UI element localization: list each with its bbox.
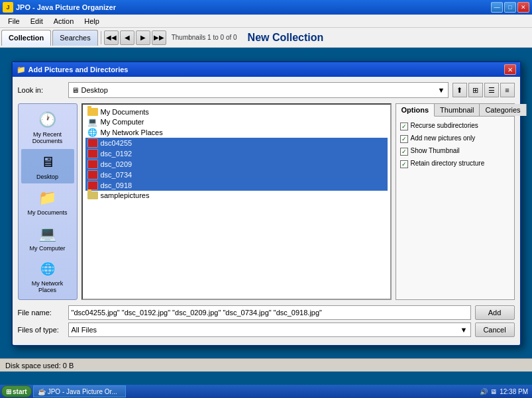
shortcut-recent-label: My RecentDocuments xyxy=(32,132,63,145)
tab-thumbnail[interactable]: Thumbnail xyxy=(435,104,480,116)
option-retain-dir-label: Retain directory structure xyxy=(411,160,485,168)
tab-searches[interactable]: Searches xyxy=(52,30,97,46)
image-icon-dsc0734 xyxy=(87,170,98,179)
menu-file[interactable]: File xyxy=(3,16,25,26)
lookin-details-view-button[interactable]: ≡ xyxy=(500,83,515,97)
taskbar-app-icon: ☕ xyxy=(38,388,46,395)
shortcut-my-computer[interactable]: 💻 My Computer xyxy=(21,221,74,255)
taskbar-app-label: JPO - Java Picture Or... xyxy=(48,388,117,395)
file-item-network-places[interactable]: 🌐 My Network Places xyxy=(85,127,388,138)
shortcut-desktop[interactable]: 🖥 Desktop xyxy=(21,149,74,183)
desktop-icon: 🖥 xyxy=(37,152,58,173)
nav-prev-button[interactable]: ◀ xyxy=(120,30,134,45)
nav-first-button[interactable]: ◀◀ xyxy=(104,30,119,45)
lookin-new-folder-button[interactable]: ⊞ xyxy=(468,83,483,97)
content-area: 🕐 My RecentDocuments 🖥 Desktop 📁 My Docu… xyxy=(18,103,515,300)
filetype-bar: Files of type: All Files ▼ Cancel xyxy=(18,323,515,337)
nav-next-button[interactable]: ▶ xyxy=(136,30,150,45)
filetype-value: All Files xyxy=(72,326,97,334)
shortcuts-panel: 🕐 My RecentDocuments 🖥 Desktop 📁 My Docu… xyxy=(18,103,78,300)
dialog-overlay: 📁 Add Pictures and Directories ✕ Look in… xyxy=(0,48,532,372)
shortcut-recent-docs[interactable]: 🕐 My RecentDocuments xyxy=(21,107,74,148)
title-bar: J JPO - Java Picture Organizer — □ ✕ xyxy=(0,0,532,15)
lookin-label: Look in: xyxy=(18,86,64,94)
lookin-select[interactable]: 🖥 Desktop ▼ xyxy=(68,82,449,98)
dialog-close-button[interactable]: ✕ xyxy=(504,64,516,75)
filetype-select[interactable]: All Files ▼ xyxy=(68,323,471,337)
nav-last-button[interactable]: ▶▶ xyxy=(152,30,166,45)
taskbar-app-button[interactable]: ☕ JPO - Java Picture Or... xyxy=(33,385,126,397)
lookin-list-view-button[interactable]: ☰ xyxy=(484,83,499,97)
options-content: ✓ Recurse subdirectories ✓ Add new pictu… xyxy=(396,117,514,177)
filename-label: File name: xyxy=(18,309,64,317)
taskbar-clock: 12:38 PM xyxy=(500,388,528,395)
close-button[interactable]: ✕ xyxy=(517,2,529,13)
option-recurse-checkbox[interactable]: ✓ xyxy=(400,123,408,130)
option-new-pics-row: ✓ Add new pictures only xyxy=(400,134,510,143)
menu-edit[interactable]: Edit xyxy=(25,16,48,26)
maximize-button[interactable]: □ xyxy=(504,2,516,13)
tray-icon-sound: 🔊 xyxy=(480,388,488,395)
filename-input[interactable] xyxy=(68,305,471,320)
filetype-label: Files of type: xyxy=(18,326,64,334)
file-item-dsc04255[interactable]: dsc04255 xyxy=(85,138,388,148)
option-new-pics-checkbox[interactable]: ✓ xyxy=(400,135,408,143)
dialog-title-bar: 📁 Add Pictures and Directories ✕ xyxy=(13,62,520,77)
file-name: dsc_0918 xyxy=(101,181,133,189)
file-item-dsc0918[interactable]: dsc_0918 xyxy=(85,180,388,191)
start-button[interactable]: ⊞ start xyxy=(1,385,32,397)
tab-collection[interactable]: Collection xyxy=(1,30,51,46)
diskspace-bar: Disk space used: 0 B xyxy=(0,358,532,372)
dialog-title-icon: 📁 xyxy=(17,66,26,74)
shortcut-my-documents[interactable]: 📁 My Documents xyxy=(21,185,74,219)
image-icon-dsc0209 xyxy=(87,160,98,169)
option-show-thumb-row: ✓ Show Thumbnail xyxy=(400,147,510,156)
menu-bar: File Edit Action Help xyxy=(0,15,532,28)
start-windows-icon: ⊞ xyxy=(6,388,11,395)
shortcut-network-label: My NetworkPlaces xyxy=(32,281,64,294)
file-name: dsc_0734 xyxy=(101,171,133,179)
file-item-dsc0734[interactable]: dsc_0734 xyxy=(85,170,388,180)
lookin-folder-icon: 🖥 xyxy=(72,86,79,94)
diskspace-label: Disk space used: 0 B xyxy=(5,362,74,370)
folder-icon-samplepictures xyxy=(87,191,98,199)
menu-help[interactable]: Help xyxy=(79,16,105,26)
menu-action[interactable]: Action xyxy=(48,16,80,26)
my-computer-icon: 💻 xyxy=(37,223,58,244)
collection-title: New Collection xyxy=(242,32,329,44)
option-retain-dir-checkbox[interactable]: ✓ xyxy=(400,160,408,168)
start-label: start xyxy=(13,388,27,395)
file-list[interactable]: My Documents 💻 My Computer 🌐 My Network … xyxy=(81,103,392,300)
thumbnails-info: Thumbnails 1 to 0 of 0 xyxy=(168,34,241,41)
filename-bar: File name: Add xyxy=(18,305,515,320)
lookin-up-button[interactable]: ⬆ xyxy=(452,83,467,97)
my-documents-icon: 📁 xyxy=(37,187,58,209)
option-retain-dir-row: ✓ Retain directory structure xyxy=(400,160,510,168)
file-item-dsc0209[interactable]: dsc_0209 xyxy=(85,159,388,170)
image-icon-dsc0192 xyxy=(87,149,98,158)
cancel-button[interactable]: Cancel xyxy=(475,323,515,337)
app-icon: J xyxy=(3,2,13,13)
file-item-samplepictures[interactable]: samplepictures xyxy=(85,191,388,200)
main-area: 📁 Add Pictures and Directories ✕ Look in… xyxy=(0,48,532,385)
file-name: dsc_0209 xyxy=(101,160,133,168)
tab-categories[interactable]: Categories xyxy=(480,104,526,116)
option-recurse-label: Recurse subdirectories xyxy=(411,122,478,130)
lookin-value: Desktop xyxy=(81,86,108,94)
add-button[interactable]: Add xyxy=(475,305,515,320)
file-name: samplepictures xyxy=(101,191,150,199)
tab-options[interactable]: Options xyxy=(396,104,435,117)
options-tabs: Options Thumbnail Categories xyxy=(396,104,514,117)
file-item-dsc0192[interactable]: dsc_0192 xyxy=(85,148,388,159)
file-item-my-computer[interactable]: 💻 My Computer xyxy=(85,117,388,127)
option-show-thumb-checkbox[interactable]: ✓ xyxy=(400,148,408,156)
minimize-button[interactable]: — xyxy=(491,2,503,13)
add-pictures-dialog: 📁 Add Pictures and Directories ✕ Look in… xyxy=(11,61,521,346)
option-new-pics-label: Add new pictures only xyxy=(411,134,476,142)
lookin-bar: Look in: 🖥 Desktop ▼ ⬆ ⊞ ☰ ≡ xyxy=(18,82,515,98)
option-show-thumb-label: Show Thumbnail xyxy=(411,147,460,155)
file-name: dsc_0192 xyxy=(101,150,133,158)
shortcut-network-places[interactable]: 🌐 My NetworkPlaces xyxy=(21,256,74,297)
shortcut-my-computer-label: My Computer xyxy=(29,246,65,252)
file-item-my-documents[interactable]: My Documents xyxy=(85,107,388,117)
